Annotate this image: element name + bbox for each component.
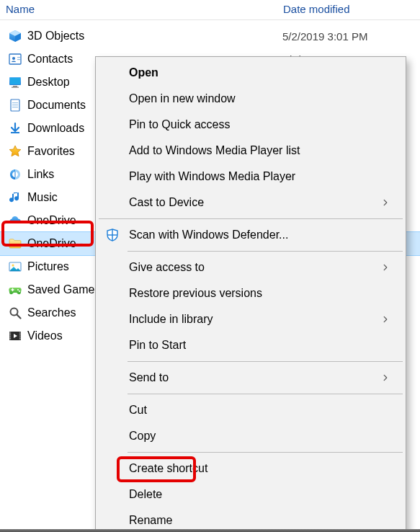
menu-separator — [128, 452, 403, 453]
menu-separator — [99, 218, 403, 219]
column-header-name[interactable]: Name — [0, 3, 277, 15]
file-name: 3D Objects — [24, 30, 278, 43]
menu-separator — [128, 251, 403, 252]
menu-separator — [128, 361, 403, 362]
chevron-right-icon — [381, 314, 394, 324]
menu-separator — [128, 394, 403, 394]
context-menu: Open Open in new window Pin to Quick acc… — [95, 56, 406, 532]
videos-icon — [6, 328, 24, 344]
menu-rename[interactable]: Rename — [97, 507, 404, 532]
menu-cast-to-device[interactable]: Cast to Device — [97, 190, 404, 216]
defender-shield-icon — [97, 228, 128, 242]
column-header-row: Name Date modified — [0, 0, 420, 20]
downloads-icon — [6, 120, 24, 136]
menu-play-wmp[interactable]: Play with Windows Media Player — [97, 164, 404, 190]
folder-icon — [6, 236, 24, 252]
favorites-icon — [6, 143, 24, 159]
music-icon — [6, 190, 24, 205]
menu-delete[interactable]: Delete — [97, 482, 404, 507]
menu-copy[interactable]: Copy — [97, 423, 404, 449]
onedrive-icon — [6, 213, 24, 229]
chevron-right-icon — [381, 198, 394, 208]
menu-open-new-window[interactable]: Open in new window — [97, 86, 404, 112]
menu-send-to[interactable]: Send to — [97, 365, 404, 391]
chevron-right-icon — [381, 262, 394, 272]
desktop-icon — [6, 74, 24, 90]
searches-icon — [6, 305, 24, 321]
file-row[interactable]: 3D Objects5/2/2019 3:01 PM — [0, 25, 420, 48]
links-icon — [6, 167, 24, 182]
objects3d-icon — [6, 28, 24, 44]
contacts-icon — [6, 51, 24, 67]
pictures-icon — [6, 259, 24, 275]
menu-restore-previous[interactable]: Restore previous versions — [97, 280, 404, 306]
column-header-date[interactable]: Date modified — [277, 3, 420, 15]
menu-scan-defender[interactable]: Scan with Windows Defender... — [97, 222, 404, 248]
menu-create-shortcut[interactable]: Create shortcut — [97, 456, 404, 482]
file-date: 5/2/2019 3:01 PM — [278, 30, 367, 43]
menu-cut[interactable]: Cut — [97, 397, 404, 423]
chevron-right-icon — [381, 373, 394, 383]
menu-pin-start[interactable]: Pin to Start — [97, 332, 404, 358]
menu-include-library[interactable]: Include in library — [97, 306, 404, 332]
menu-open[interactable]: Open — [97, 60, 404, 86]
taskbar-edge — [0, 529, 420, 532]
menu-pin-quick-access[interactable]: Pin to Quick access — [97, 112, 404, 138]
documents-icon — [6, 97, 24, 113]
menu-add-wmp-list[interactable]: Add to Windows Media Player list — [97, 138, 404, 164]
menu-give-access[interactable]: Give access to — [97, 254, 404, 280]
savedgames-icon — [6, 282, 24, 298]
